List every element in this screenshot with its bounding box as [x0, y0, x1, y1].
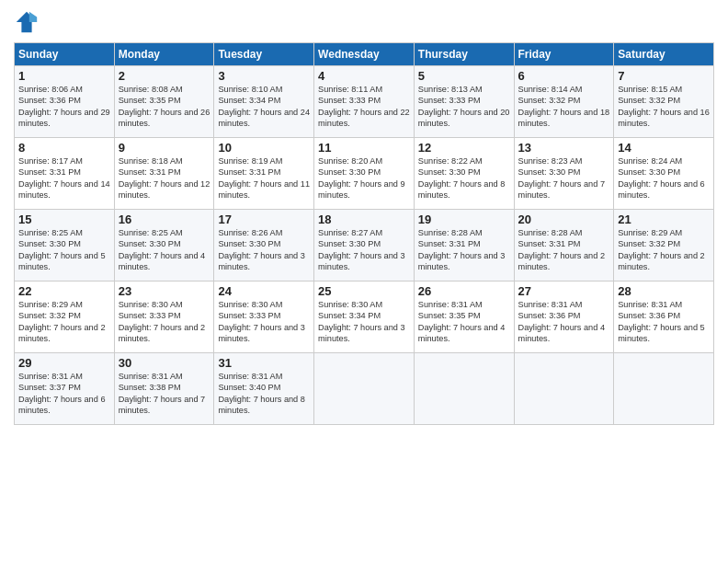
day-number: 20	[518, 213, 610, 226]
col-header-sunday: Sunday	[15, 43, 115, 66]
col-header-thursday: Thursday	[414, 43, 514, 66]
day-number: 7	[618, 69, 710, 83]
day-number: 24	[218, 284, 310, 298]
calendar-cell: 14Sunrise: 8:24 AMSunset: 3:30 PMDayligh…	[614, 138, 714, 210]
calendar-table: SundayMondayTuesdayWednesdayThursdayFrid…	[14, 42, 714, 425]
calendar-cell: 2Sunrise: 8:08 AMSunset: 3:35 PMDaylight…	[114, 66, 214, 138]
cell-info: Sunrise: 8:31 AMSunset: 3:35 PMDaylight:…	[418, 299, 510, 345]
calendar-cell: 23Sunrise: 8:30 AMSunset: 3:33 PMDayligh…	[114, 282, 214, 353]
day-number: 28	[618, 284, 710, 298]
cell-info: Sunrise: 8:27 AMSunset: 3:30 PMDaylight:…	[318, 227, 410, 273]
calendar-cell: 12Sunrise: 8:22 AMSunset: 3:30 PMDayligh…	[414, 138, 514, 210]
cell-info: Sunrise: 8:20 AMSunset: 3:30 PMDaylight:…	[318, 155, 410, 201]
cell-info: Sunrise: 8:31 AMSunset: 3:40 PMDaylight:…	[218, 371, 310, 417]
calendar-cell: 19Sunrise: 8:28 AMSunset: 3:31 PMDayligh…	[414, 210, 514, 282]
cell-info: Sunrise: 8:28 AMSunset: 3:31 PMDaylight:…	[418, 227, 510, 273]
calendar-cell: 25Sunrise: 8:30 AMSunset: 3:34 PMDayligh…	[314, 282, 415, 353]
cell-info: Sunrise: 8:13 AMSunset: 3:33 PMDaylight:…	[418, 84, 510, 130]
calendar-cell: 13Sunrise: 8:23 AMSunset: 3:30 PMDayligh…	[514, 138, 614, 210]
col-header-tuesday: Tuesday	[214, 43, 314, 66]
calendar-cell: 6Sunrise: 8:14 AMSunset: 3:32 PMDaylight…	[514, 66, 614, 138]
day-number: 8	[18, 141, 110, 155]
week-row-3: 15Sunrise: 8:25 AMSunset: 3:30 PMDayligh…	[15, 210, 714, 282]
cell-info: Sunrise: 8:29 AMSunset: 3:32 PMDaylight:…	[18, 299, 110, 345]
calendar-cell: 4Sunrise: 8:11 AMSunset: 3:33 PMDaylight…	[314, 66, 415, 138]
calendar-cell: 22Sunrise: 8:29 AMSunset: 3:32 PMDayligh…	[15, 282, 115, 353]
calendar-cell: 28Sunrise: 8:31 AMSunset: 3:36 PMDayligh…	[614, 282, 714, 353]
calendar-cell: 1Sunrise: 8:06 AMSunset: 3:36 PMDaylight…	[15, 66, 115, 138]
week-row-5: 29Sunrise: 8:31 AMSunset: 3:37 PMDayligh…	[15, 353, 714, 425]
calendar-cell: 18Sunrise: 8:27 AMSunset: 3:30 PMDayligh…	[314, 210, 415, 282]
calendar-cell: 10Sunrise: 8:19 AMSunset: 3:31 PMDayligh…	[214, 138, 314, 210]
calendar-cell: 11Sunrise: 8:20 AMSunset: 3:30 PMDayligh…	[314, 138, 415, 210]
calendar-cell: 8Sunrise: 8:17 AMSunset: 3:31 PMDaylight…	[15, 138, 115, 210]
day-number: 25	[318, 284, 410, 298]
week-row-2: 8Sunrise: 8:17 AMSunset: 3:31 PMDaylight…	[15, 138, 714, 210]
day-number: 11	[318, 141, 410, 155]
logo	[14, 9, 43, 35]
day-number: 2	[119, 69, 210, 83]
calendar-cell: 15Sunrise: 8:25 AMSunset: 3:30 PMDayligh…	[15, 210, 115, 282]
col-header-wednesday: Wednesday	[314, 43, 415, 66]
logo-icon	[14, 9, 40, 35]
cell-info: Sunrise: 8:06 AMSunset: 3:36 PMDaylight:…	[18, 84, 110, 130]
cell-info: Sunrise: 8:18 AMSunset: 3:31 PMDaylight:…	[119, 155, 210, 201]
cell-info: Sunrise: 8:14 AMSunset: 3:32 PMDaylight:…	[518, 84, 610, 130]
calendar-cell	[514, 353, 614, 425]
cell-info: Sunrise: 8:24 AMSunset: 3:30 PMDaylight:…	[618, 155, 710, 201]
calendar-cell	[314, 353, 415, 425]
calendar-cell	[614, 353, 714, 425]
calendar-cell: 27Sunrise: 8:31 AMSunset: 3:36 PMDayligh…	[514, 282, 614, 353]
calendar-cell: 31Sunrise: 8:31 AMSunset: 3:40 PMDayligh…	[214, 353, 314, 425]
calendar-cell	[414, 353, 514, 425]
day-number: 1	[18, 69, 110, 83]
col-header-monday: Monday	[114, 43, 214, 66]
cell-info: Sunrise: 8:29 AMSunset: 3:32 PMDaylight:…	[618, 227, 710, 273]
cell-info: Sunrise: 8:31 AMSunset: 3:36 PMDaylight:…	[618, 299, 710, 345]
calendar-cell: 24Sunrise: 8:30 AMSunset: 3:33 PMDayligh…	[214, 282, 314, 353]
calendar-cell: 17Sunrise: 8:26 AMSunset: 3:30 PMDayligh…	[214, 210, 314, 282]
day-number: 22	[18, 284, 110, 298]
day-number: 19	[418, 213, 510, 226]
cell-info: Sunrise: 8:19 AMSunset: 3:31 PMDaylight:…	[218, 155, 310, 201]
calendar-cell: 29Sunrise: 8:31 AMSunset: 3:37 PMDayligh…	[15, 353, 115, 425]
header-row: SundayMondayTuesdayWednesdayThursdayFrid…	[15, 43, 714, 66]
cell-info: Sunrise: 8:25 AMSunset: 3:30 PMDaylight:…	[119, 227, 210, 273]
day-number: 23	[119, 284, 210, 298]
week-row-4: 22Sunrise: 8:29 AMSunset: 3:32 PMDayligh…	[15, 282, 714, 353]
cell-info: Sunrise: 8:30 AMSunset: 3:33 PMDaylight:…	[218, 299, 310, 345]
cell-info: Sunrise: 8:30 AMSunset: 3:34 PMDaylight:…	[318, 299, 410, 345]
calendar-cell: 20Sunrise: 8:28 AMSunset: 3:31 PMDayligh…	[514, 210, 614, 282]
day-number: 29	[18, 356, 110, 370]
day-number: 17	[218, 213, 310, 226]
day-number: 6	[518, 69, 610, 83]
day-number: 21	[618, 213, 710, 226]
day-number: 12	[418, 141, 510, 155]
calendar-cell: 5Sunrise: 8:13 AMSunset: 3:33 PMDaylight…	[414, 66, 514, 138]
cell-info: Sunrise: 8:22 AMSunset: 3:30 PMDaylight:…	[418, 155, 510, 201]
header	[14, 9, 714, 35]
day-number: 27	[518, 284, 610, 298]
svg-marker-1	[29, 12, 37, 22]
day-number: 5	[418, 69, 510, 83]
day-number: 15	[18, 213, 110, 226]
day-number: 31	[218, 356, 310, 370]
day-number: 3	[218, 69, 310, 83]
cell-info: Sunrise: 8:15 AMSunset: 3:32 PMDaylight:…	[618, 84, 710, 130]
page-container: SundayMondayTuesdayWednesdayThursdayFrid…	[0, 0, 728, 434]
calendar-cell: 3Sunrise: 8:10 AMSunset: 3:34 PMDaylight…	[214, 66, 314, 138]
calendar-cell: 26Sunrise: 8:31 AMSunset: 3:35 PMDayligh…	[414, 282, 514, 353]
cell-info: Sunrise: 8:23 AMSunset: 3:30 PMDaylight:…	[518, 155, 610, 201]
day-number: 26	[418, 284, 510, 298]
day-number: 18	[318, 213, 410, 226]
day-number: 9	[119, 141, 210, 155]
cell-info: Sunrise: 8:17 AMSunset: 3:31 PMDaylight:…	[18, 155, 110, 201]
calendar-cell: 30Sunrise: 8:31 AMSunset: 3:38 PMDayligh…	[114, 353, 214, 425]
cell-info: Sunrise: 8:28 AMSunset: 3:31 PMDaylight:…	[518, 227, 610, 273]
calendar-cell: 7Sunrise: 8:15 AMSunset: 3:32 PMDaylight…	[614, 66, 714, 138]
week-row-1: 1Sunrise: 8:06 AMSunset: 3:36 PMDaylight…	[15, 66, 714, 138]
day-number: 13	[518, 141, 610, 155]
day-number: 14	[618, 141, 710, 155]
cell-info: Sunrise: 8:26 AMSunset: 3:30 PMDaylight:…	[218, 227, 310, 273]
cell-info: Sunrise: 8:31 AMSunset: 3:38 PMDaylight:…	[119, 371, 210, 417]
